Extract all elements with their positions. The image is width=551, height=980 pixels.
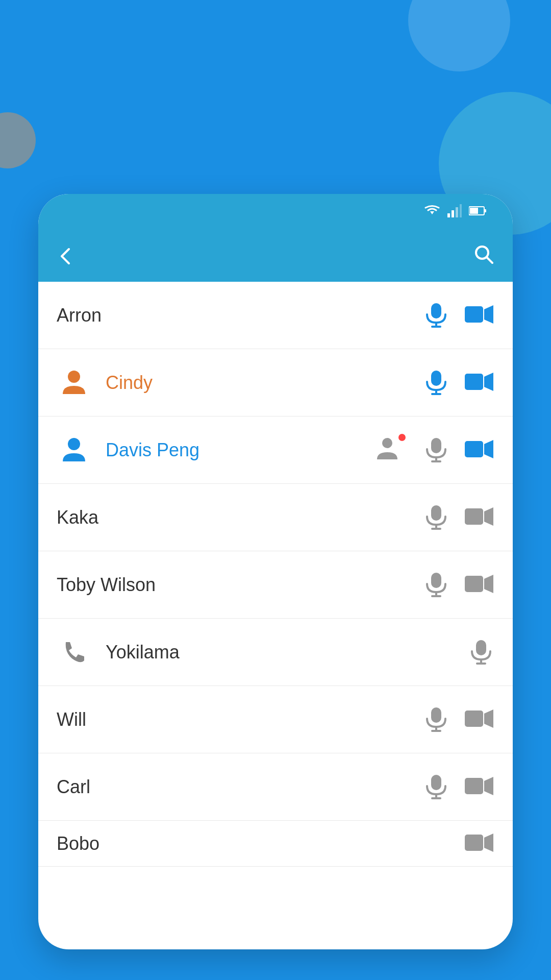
svg-rect-3 [460,204,462,217]
svg-rect-15 [431,371,441,386]
participant-name: Cindy [106,372,423,394]
participant-row[interactable]: Davis Peng [38,416,513,484]
participant-icons [423,705,494,734]
svg-rect-22 [431,438,441,453]
camera-icon[interactable] [464,773,494,801]
participant-row[interactable]: Carl [38,753,513,821]
svg-point-14 [68,371,80,383]
participant-name: Bobo [57,833,464,854]
svg-marker-36 [484,575,493,593]
mic-icon[interactable] [423,436,449,464]
svg-rect-32 [431,573,441,588]
participant-name: Will [57,709,423,730]
participant-avatar [57,365,91,400]
participant-row[interactable]: Kaka [38,484,513,551]
svg-rect-48 [465,778,483,794]
svg-rect-30 [465,508,483,525]
mic-icon[interactable] [423,369,449,397]
mic-icon[interactable] [423,301,449,330]
svg-rect-37 [476,640,486,655]
battery-icon [469,206,487,219]
participant-row[interactable]: Yokilama [38,619,513,686]
participant-icons [423,773,494,801]
participant-icons [423,571,494,599]
participant-icons [423,301,494,330]
svg-marker-26 [484,440,493,458]
participant-icons [375,436,494,464]
svg-marker-31 [484,507,493,526]
svg-marker-44 [484,709,493,728]
participant-row[interactable]: Will [38,686,513,753]
svg-rect-9 [431,303,441,318]
svg-rect-6 [484,209,486,212]
status-icons [424,204,494,221]
svg-rect-43 [465,710,483,727]
svg-rect-18 [465,374,483,390]
mic-icon[interactable] [423,773,449,801]
host-badge-icon [375,436,404,464]
camera-icon[interactable] [464,436,494,464]
bg-circle-top [408,0,510,71]
participant-row[interactable]: Toby Wilson [38,551,513,619]
mic-icon[interactable] [423,705,449,734]
bg-circle-left [0,112,36,168]
mic-icon[interactable] [423,503,449,532]
svg-rect-2 [456,207,458,217]
search-button[interactable] [473,243,494,270]
svg-rect-27 [431,505,441,521]
participant-row[interactable]: Arron [38,282,513,349]
mic-icon[interactable] [468,638,494,667]
signal-icon [447,204,462,220]
svg-marker-19 [484,373,493,391]
participant-row[interactable]: Bobo [38,821,513,867]
camera-icon[interactable] [464,829,494,858]
svg-rect-1 [452,210,454,217]
camera-icon[interactable] [464,369,494,397]
svg-point-21 [382,438,392,448]
app-bar [38,231,513,282]
participant-avatar [57,635,91,670]
svg-rect-0 [447,213,450,217]
svg-marker-51 [484,834,493,852]
svg-rect-5 [470,208,478,214]
participant-icons [468,638,494,667]
participant-name: Yokilama [106,642,468,663]
participant-name: Carl [57,776,423,798]
camera-icon[interactable] [464,571,494,599]
svg-rect-35 [465,576,483,592]
phone-mockup: Arron Cindy Davis Peng Kaka [38,194,513,949]
participant-name: Arron [57,305,423,326]
svg-marker-13 [484,305,493,324]
participant-avatar [57,433,91,468]
camera-icon[interactable] [464,503,494,532]
camera-icon[interactable] [464,301,494,330]
svg-rect-25 [465,441,483,457]
participant-icons [464,829,494,858]
status-bar [38,194,513,231]
svg-rect-40 [431,707,441,723]
participant-icons [423,369,494,397]
participants-list: Arron Cindy Davis Peng Kaka [38,282,513,867]
participant-name: Kaka [57,507,423,528]
participant-icons [423,503,494,532]
svg-line-8 [487,257,492,263]
svg-rect-12 [465,306,483,323]
mic-icon[interactable] [423,571,449,599]
participant-name: Davis Peng [106,439,375,461]
svg-marker-49 [484,777,493,795]
wifi-icon [424,204,440,221]
participant-name: Toby Wilson [57,574,423,596]
back-button[interactable] [57,247,75,265]
camera-icon[interactable] [464,705,494,734]
participant-row[interactable]: Cindy [38,349,513,416]
svg-rect-45 [431,775,441,790]
svg-point-20 [68,438,80,450]
svg-rect-50 [465,835,483,851]
